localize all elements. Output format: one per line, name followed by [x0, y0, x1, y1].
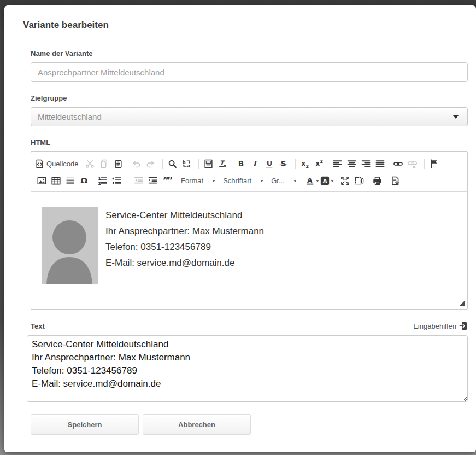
bulleted-list-button[interactable] [109, 174, 124, 188]
save-button[interactable]: Speichern [31, 414, 139, 435]
svg-text:x: x [302, 160, 306, 167]
search-button[interactable] [166, 158, 180, 171]
person-silhouette-placeholder-image[interactable] [42, 207, 98, 284]
link-button[interactable] [391, 158, 406, 171]
bulleted-list-icon [112, 176, 121, 185]
templates-button[interactable] [389, 174, 403, 188]
special-character-button[interactable]: Ω [77, 174, 91, 188]
plain-text-textarea[interactable]: Service-Center Mitteldeutschland Ihr Ans… [27, 335, 468, 402]
chevron-down-icon [212, 180, 215, 182]
blockquote-button[interactable]: ” ” [160, 174, 174, 188]
editor-resize-handle[interactable] [459, 301, 465, 306]
italic-button[interactable]: I [248, 158, 262, 171]
align-justify-button[interactable] [373, 158, 387, 171]
strikethrough-icon: S [279, 159, 288, 168]
indent-button[interactable] [145, 174, 160, 188]
underline-button[interactable]: U [262, 158, 277, 171]
toolbar-row-1: Quellcode [34, 155, 464, 172]
anchor-flag-icon [430, 159, 439, 168]
align-left-button[interactable] [331, 158, 345, 171]
underline-icon: U [265, 159, 274, 168]
remove-format-icon: T x [218, 159, 227, 168]
italic-icon: I [250, 159, 260, 168]
zielgruppe-select[interactable]: Mitteldeutschland [31, 107, 468, 126]
select-all-button[interactable] [202, 158, 216, 171]
unlink-button[interactable] [406, 158, 420, 171]
font-dropdown[interactable]: Schriftart [220, 174, 268, 188]
align-right-button[interactable] [359, 158, 373, 171]
svg-text:A: A [322, 178, 327, 185]
strikethrough-button[interactable]: S [277, 158, 291, 171]
editor-content-area[interactable]: Service-Center Mitteldeutschland Ihr Ans… [31, 192, 467, 294]
editor-content-line: Ihr Ansprechpartner: Max Mustermann [105, 223, 264, 239]
input-helpers-link[interactable]: Eingabehilfen [413, 322, 468, 330]
svg-text:B: B [238, 159, 244, 168]
font-dropdown-label: Schriftart [223, 177, 251, 185]
maximize-icon [340, 176, 350, 185]
link-icon [393, 159, 403, 168]
align-right-icon [361, 159, 371, 168]
chevron-down-icon [331, 180, 334, 182]
print-icon [373, 176, 382, 185]
svg-text:U: U [267, 159, 272, 167]
horizontal-rule-button[interactable] [63, 174, 77, 188]
format-dropdown-label: Format [181, 177, 203, 185]
svg-text:x: x [316, 160, 320, 167]
svg-text:a: a [187, 163, 191, 168]
select-all-icon [204, 159, 213, 168]
paste-button[interactable] [111, 158, 126, 171]
source-button[interactable]: Quellcode [34, 158, 79, 171]
background-color-button[interactable]: A [320, 174, 334, 188]
numbered-list-button[interactable]: 1 2 [95, 174, 109, 188]
horizontal-rule-icon [66, 176, 75, 185]
editor-toolbar: Quellcode [31, 152, 467, 192]
format-dropdown[interactable]: Format [178, 174, 220, 188]
source-icon [35, 159, 44, 168]
anchor-button[interactable] [427, 158, 442, 171]
bold-button[interactable]: B [234, 158, 248, 171]
blockquote-icon: ” ” [162, 176, 172, 185]
svg-text:I: I [253, 159, 257, 168]
paste-icon [114, 159, 123, 168]
editor-content-line: E-Mail: service.md@domain.de [105, 255, 264, 271]
replace-icon: b a [182, 159, 191, 168]
redo-button[interactable] [144, 158, 158, 171]
remove-format-button[interactable]: T x [216, 158, 230, 171]
text-label-row: Text Eingabehilfen [31, 322, 468, 330]
svg-text:A: A [307, 177, 313, 184]
svg-text:2: 2 [306, 164, 309, 168]
subscript-button[interactable]: x 2 [298, 158, 313, 171]
input-helpers-link-label: Eingabehilfen [413, 322, 456, 330]
cut-button[interactable] [83, 158, 97, 171]
outdent-icon [134, 176, 143, 185]
templates-icon [391, 176, 400, 185]
replace-button[interactable]: b a [180, 158, 194, 171]
maximize-button[interactable] [338, 174, 352, 188]
superscript-icon: x 2 [315, 159, 324, 168]
show-blocks-button[interactable] [352, 174, 367, 188]
print-button[interactable] [371, 174, 385, 188]
editor-content-line: Service-Center Mitteldeutschland [105, 207, 264, 223]
outdent-button[interactable] [131, 174, 145, 188]
superscript-button[interactable]: x 2 [313, 158, 327, 171]
cancel-button[interactable]: Abbrechen [143, 414, 251, 435]
size-dropdown[interactable]: Gr... [268, 174, 301, 188]
rich-text-editor: Quellcode [31, 151, 468, 310]
svg-text:S: S [281, 159, 286, 168]
align-center-button[interactable] [345, 158, 359, 171]
svg-text:Ω: Ω [80, 176, 87, 185]
undo-button[interactable] [130, 158, 144, 171]
zielgruppe-select-wrap: Mitteldeutschland [31, 107, 468, 126]
name-label: Name der Variante [31, 49, 468, 57]
variant-name-input[interactable] [31, 62, 468, 82]
align-justify-icon [375, 159, 385, 168]
editor-content-line: Telefon: 0351-123456789 [105, 239, 264, 255]
cut-icon [85, 159, 95, 168]
html-label: HTML [31, 138, 468, 147]
table-button[interactable] [49, 174, 63, 188]
image-button[interactable] [34, 174, 49, 188]
edit-variant-dialog: Variante bearbeiten Name der Variante Zi… [4, 5, 476, 452]
copy-button[interactable] [97, 158, 111, 171]
subscript-icon: x 2 [301, 159, 310, 168]
text-color-button[interactable]: A [305, 174, 320, 188]
